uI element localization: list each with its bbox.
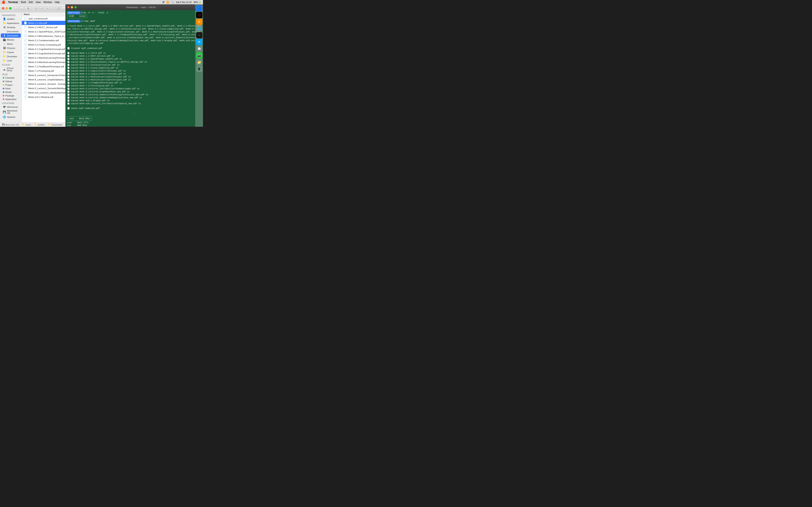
terminal-output: Copied Week-5.2-MachineLearningTechnique…: [71, 78, 131, 81]
copy-button[interactable]: ⎘: [45, 6, 50, 10]
file-icon: 📄: [67, 76, 71, 78]
sidebar-item-applications[interactable]: 📁 Applications: [1, 21, 21, 25]
sidebar-label: Macintosh HD: [7, 110, 19, 114]
terminal-arrow: ↓: [67, 112, 201, 116]
sidebar-label: Allenseven: [7, 106, 18, 108]
file-icon: 📄: [24, 65, 27, 68]
terminal-line: 📄 Copied Week-5.2-MachineLearningTechniq…: [67, 78, 201, 81]
terminal-line: 📄 Saved 1pdf_combined.pdf: [67, 107, 201, 110]
dock-messages[interactable]: 💬: [196, 46, 202, 52]
dock-terminal[interactable]: ⌨: [196, 32, 202, 39]
tag-label: Work: [5, 87, 11, 90]
sidebar-item-pictures[interactable]: 🖼 Pictures: [1, 46, 21, 50]
search-icon[interactable]: 🔍: [171, 1, 174, 4]
breadcrumb-users[interactable]: 📁 Users: [22, 123, 31, 126]
paste-button[interactable]: 📋: [50, 6, 55, 10]
menu-view[interactable]: View: [36, 1, 41, 4]
file-icon: 📄: [67, 64, 71, 66]
terminal-line: 📄 Copied Week-7.2-Prototyping.pdf in: [67, 84, 201, 87]
breadcrumb-macintosh[interactable]: 💾 Macintosh HD: [2, 123, 19, 126]
sidebar-item-allenseven[interactable]: 💻 Allenseven: [1, 105, 21, 109]
menu-help[interactable]: Help: [55, 1, 60, 4]
sidebar-item-music[interactable]: ♪ Music: [1, 42, 21, 46]
sidebar-label: iCloud Drive: [7, 67, 19, 72]
delete-button[interactable]: 🔄: [56, 6, 61, 10]
sidebar-item-look[interactable]: 📁 Look: [1, 58, 21, 63]
terminal-titlebar: ~/Downloads — bash — 89×53: [66, 5, 203, 10]
pictures-icon: 🖼: [3, 47, 6, 50]
sidebar-item-desktop[interactable]: 🖥 Desktop: [1, 25, 21, 29]
sidebar-item-documents[interactable]: 📄 Documents: [1, 29, 21, 34]
sidebar-item-macintosh-hd[interactable]: 💾 Macintosh HD: [1, 109, 21, 115]
dock-jetbrains[interactable]: ⬡: [196, 12, 202, 18]
terminal-body[interactable]: Downloads $ du -h -c . |tail -1333M tota…: [66, 10, 203, 126]
sidebar-item-movies[interactable]: 🎬 Movies: [1, 38, 21, 42]
tag-label: Model: [5, 91, 11, 93]
close-button[interactable]: [2, 7, 4, 9]
apple-menu[interactable]: 🍎: [2, 0, 5, 4]
menubar-right: ⌘ 📶 🔍 Sat 5 Dec 21:22 80% 🔋: [162, 1, 201, 4]
breadcrumb-ayfallen[interactable]: 📁 ayfallen: [34, 123, 45, 126]
dock-chrome[interactable]: 🌐: [196, 25, 202, 32]
dock-sublime[interactable]: S: [196, 19, 202, 25]
terminal-minimize[interactable]: [71, 6, 73, 8]
sidebar-item-tag-work[interactable]: Work: [1, 87, 21, 90]
sidebar-item-downloads[interactable]: ⬇ Downloads: [1, 34, 21, 38]
music-icon: ♪: [3, 42, 6, 45]
sidebar-label: ayfallen: [7, 18, 15, 20]
sidebar-item-icloud-drive[interactable]: ☁ iCloud Drive: [1, 66, 21, 72]
terminal-maximize[interactable]: [74, 6, 77, 8]
sidebar: Favourites 👤 ayfallen 📁 Applications 🖥 D…: [0, 12, 22, 122]
terminal-output: Copied Week-4.2-CognitiveIntroConcept.pd…: [71, 73, 126, 75]
menu-terminal[interactable]: Terminal: [8, 1, 18, 4]
back-button[interactable]: ‹: [14, 6, 19, 10]
file-icon: 📄: [24, 35, 27, 38]
sidebar-item-developer[interactable]: 📁 Developer: [1, 54, 21, 58]
dock-facetime[interactable]: 📷: [196, 52, 202, 59]
file-icon: 📄: [67, 58, 71, 60]
recents-button[interactable]: ⊞: [24, 6, 32, 10]
dock-webstorm[interactable]: W: [196, 39, 202, 45]
forward-button[interactable]: ›: [19, 6, 24, 10]
file-icon: 📄: [67, 47, 71, 50]
sidebar-item-tag-project[interactable]: Project: [1, 83, 21, 87]
breadcrumb-downloads[interactable]: 📁 Downloads: [48, 123, 62, 126]
minimize-button[interactable]: [6, 7, 8, 9]
maximize-button[interactable]: [9, 7, 11, 9]
bluetooth-icon: ⌘: [162, 1, 164, 4]
terminal-output: Copied Week-4.1-CognitiveIntroConcept.pd…: [71, 70, 126, 72]
sidebar-item-ayfallen[interactable]: 👤 ayfallen: [1, 17, 21, 21]
menu-window[interactable]: Window: [43, 1, 52, 4]
terminal-output: Copied Week-8_Lecture2_GraphDatabase_new…: [71, 91, 130, 93]
terminal-prompt-badge: Downloads: [67, 20, 81, 23]
dock-finder2[interactable]: 📁: [196, 59, 202, 65]
dock-trash[interactable]: 🗑: [196, 66, 202, 72]
file-icon: 📄: [24, 17, 27, 20]
file-icon: 📄: [24, 74, 27, 77]
sidebar-item-tag-github[interactable]: Github: [1, 79, 21, 83]
sidebar-label: Look: [7, 59, 12, 62]
file-icon: 📄: [67, 91, 71, 93]
sidebar-item-tag-model[interactable]: Model: [1, 90, 21, 94]
menu-edit[interactable]: Edit: [29, 1, 33, 4]
file-icon: 📄: [24, 48, 27, 51]
terminal-prompt-badge: Downloads: [67, 11, 81, 14]
sidebar-item-tag-package[interactable]: Package: [1, 94, 21, 98]
file-icon: 📄: [24, 26, 27, 29]
icloud-label: iCloud: [0, 63, 21, 66]
sidebar-item-network[interactable]: 🌐 Network: [1, 115, 21, 119]
breadcrumb-sep: ›: [32, 124, 33, 126]
menu-shell[interactable]: Shell: [20, 1, 26, 4]
sidebar-item-tag-checked[interactable]: Checked: [1, 76, 21, 79]
tag-dot: [3, 99, 4, 100]
terminal-output: Copied Week-3.1-Containerisation.pdf in: [71, 64, 119, 66]
folder-icon: 📁: [3, 51, 6, 54]
terminal-close[interactable]: [67, 6, 69, 8]
share-button[interactable]: ⬆: [34, 6, 39, 10]
tags-button[interactable]: 🏷: [39, 6, 44, 10]
tag-label: Package: [5, 95, 14, 97]
sidebar-item-career[interactable]: 📁 Career: [1, 50, 21, 54]
dock-finder[interactable]: 🔵: [196, 5, 202, 11]
breadcrumb-sep: ›: [63, 124, 64, 126]
sidebar-item-tag-application[interactable]: Application: [1, 98, 21, 101]
